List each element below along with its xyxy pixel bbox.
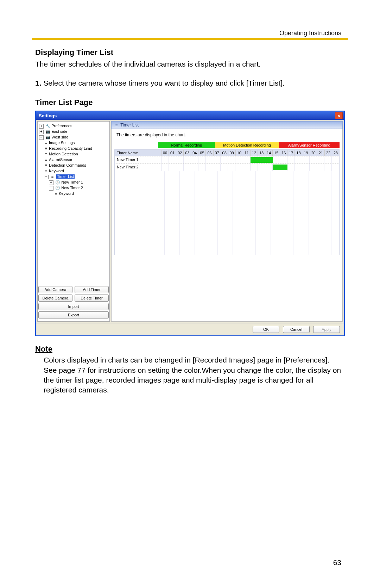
grid-header: Timer Name 00010203040506070809101112131… [115,150,339,156]
hour-cell [206,164,213,171]
subheading-timer-list-page: Timer List Page [35,98,341,107]
import-button[interactable]: Import [38,303,109,310]
section-intro: The timer schedules of the individual ca… [35,59,341,69]
hour-header-cell: 20 [310,150,317,156]
hour-cell [317,164,324,171]
collapse-icon[interactable]: − [44,175,49,179]
hour-header-cell: 07 [214,150,221,156]
tree-label: Detection Commands [49,163,86,167]
tree-new-timer-2[interactable]: − 🕒 New Timer 2 ≡Keyword [49,185,109,196]
timer-row[interactable]: New Timer 1 [115,156,339,163]
panel-title-text: Timer List [120,123,139,128]
hour-cell [332,164,339,171]
timer-row[interactable]: New Timer 2 [115,163,339,171]
hour-cell [198,156,206,163]
hour-cell [295,156,302,163]
timer-name-cell: New Timer 1 [115,156,162,163]
note-body: Colors displayed in charts can be change… [44,355,341,395]
legend: Normal Recording Motion Detection Record… [114,142,340,148]
hour-cell [258,164,265,171]
hour-cell [332,156,339,163]
window-title: Settings [39,113,57,118]
clock-icon: 🕒 [55,179,59,185]
close-button[interactable]: × [335,112,343,119]
hour-cell [310,164,317,171]
hour-cell [324,156,332,163]
step-number: 1. [35,79,42,87]
list-icon: ≡ [54,191,58,196]
tree-alarm-sensor[interactable]: ≡Alarm/Sensor [44,157,109,162]
hour-cell [176,156,184,163]
tree-west-side[interactable]: − 📷 West side ≡Image Settings ≡Recording… [39,134,109,196]
expand-icon[interactable]: + [39,124,44,129]
panel-title: ≡ Timer List [111,121,343,129]
tree-keyword-2[interactable]: ≡Keyword [54,191,109,196]
hour-header-cell: 19 [302,150,310,156]
expand-icon[interactable]: + [49,180,53,185]
hour-header-cell: 14 [265,150,273,156]
hour-cell [302,164,310,171]
tree-label: Image Settings [49,141,75,145]
hour-cell [243,156,251,163]
hour-cell [243,164,251,171]
hour-header-cell: 04 [191,150,198,156]
hour-header-cell: 06 [206,150,213,156]
clock-icon: 🕒 [55,185,59,191]
hour-header-cell: 00 [162,150,169,156]
tree-new-timer-1[interactable]: + 🕒 New Timer 1 [49,179,109,185]
delete-timer-button[interactable]: Delete Timer [75,295,109,302]
tree-keyword[interactable]: ≡Keyword [44,168,109,174]
col-timer-name: Timer Name [115,150,162,156]
list-icon: ≡ [44,162,48,168]
hour-cell [169,156,176,163]
hour-cell [191,164,198,171]
collapse-icon[interactable]: − [39,135,44,140]
tree-preferences[interactable]: + 🔧 Preferences [39,123,109,129]
header-right: Operating Instructions [279,30,341,37]
tree-detection-commands[interactable]: ≡Detection Commands [44,162,109,168]
apply-button[interactable]: Apply [313,326,340,333]
timer-grid: Timer Name 00010203040506070809101112131… [114,149,340,255]
collapse-icon[interactable]: − [49,186,53,191]
list-icon: ≡ [44,146,48,151]
list-icon: ≡ [44,168,48,174]
sidebar: + 🔧 Preferences + 📷 East side − 📷 [37,121,110,322]
grid-empty-area [157,171,339,255]
dialog-footer: OK Cancel Apply [36,323,344,335]
tree-label: Keyword [59,191,74,196]
hour-header-cell: 10 [236,150,243,156]
hour-cell [317,156,324,163]
camera-icon: 📷 [45,134,50,140]
tree-label: West side [51,135,68,139]
hour-header-cell: 22 [325,150,332,156]
export-button[interactable]: Export [38,311,109,318]
hour-cell [213,156,221,163]
tree-east-side[interactable]: + 📷 East side [39,129,109,134]
hour-cell [273,156,280,163]
tree-motion-detection[interactable]: ≡Motion Detection [44,151,109,157]
add-camera-button[interactable]: Add Camera [38,286,72,293]
cancel-button[interactable]: Cancel [283,326,310,333]
settings-tree[interactable]: + 🔧 Preferences + 📷 East side − 📷 [38,123,109,284]
delete-camera-button[interactable]: Delete Camera [38,295,72,302]
list-icon: ≡ [44,140,48,146]
ok-button[interactable]: OK [253,326,279,333]
hour-header-cell: 09 [228,150,236,156]
tree-recording-capacity[interactable]: ≡Recording Capacity Limit [44,146,109,151]
tree-timer-list[interactable]: − ≡ Timer List + 🕒 New Timer 1 [44,174,109,196]
tree-image-settings[interactable]: ≡Image Settings [44,140,109,146]
grid-body: New Timer 1New Timer 2 [115,156,339,255]
hour-cell [235,164,243,171]
add-timer-button[interactable]: Add Timer [75,286,109,293]
timer-bar[interactable] [251,157,273,163]
hour-cell [184,156,191,163]
tree-label: Alarm/Sensor [49,157,72,162]
page-number: 63 [333,558,341,567]
main-panel: ≡ Timer List The timers are displayed in… [111,121,343,322]
hour-cell [235,156,243,163]
hour-cell [295,164,302,171]
hour-header-cell: 23 [332,150,339,156]
timer-hours [162,164,339,171]
timer-bar[interactable] [273,165,287,170]
expand-icon[interactable]: + [39,130,44,134]
